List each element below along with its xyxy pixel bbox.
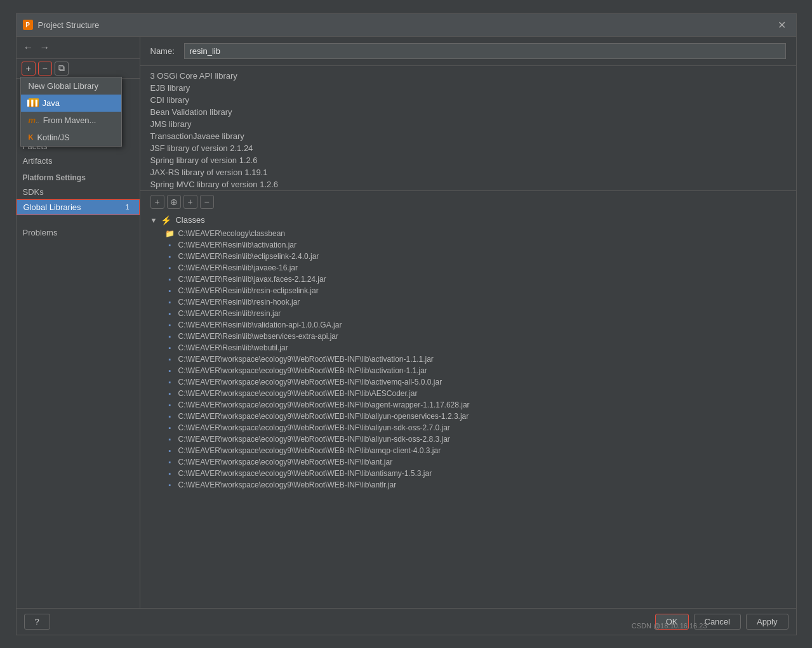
java-icon: ▌▌▌ <box>29 98 39 107</box>
jar-icon-13: ▪ <box>166 389 175 398</box>
jar-file-5[interactable]: ▪ C:\WEAVER\Resin\lib\resin-hook.jar <box>150 296 786 308</box>
classes-section: ▼ ⚡ Classes 📁 C:\WEAVER\ecology\classbea… <box>140 213 796 608</box>
jar-icon-14: ▪ <box>166 400 175 409</box>
lib-item-springmvc[interactable]: Spring MVC library of version 1.2.6 <box>150 178 786 190</box>
jar-file-6[interactable]: ▪ C:\WEAVER\Resin\lib\resin.jar <box>150 308 786 319</box>
jar-file-21[interactable]: ▪ C:\WEAVER\workspace\ecology9\WebRoot\W… <box>150 479 786 491</box>
sidebar-item-artifacts[interactable]: Artifacts <box>17 154 140 168</box>
footer: ? OK Cancel Apply <box>17 608 796 635</box>
jar-icon-16: ▪ <box>166 423 175 432</box>
dropdown-item-kotlin[interactable]: K Kotlin/JS <box>21 129 121 146</box>
jar-icon-21: ▪ <box>166 480 175 489</box>
jar-icon-3: ▪ <box>166 275 175 284</box>
jar-file-4[interactable]: ▪ C:\WEAVER\Resin\lib\resin-eclipselink.… <box>150 285 786 296</box>
lib-item-jms[interactable]: JMS library <box>150 118 786 130</box>
jar-icon-7: ▪ <box>166 321 175 329</box>
name-row: Name: <box>140 37 796 66</box>
close-button[interactable]: ✕ <box>774 18 790 32</box>
name-input[interactable] <box>184 43 786 59</box>
jar-icon-0: ▪ <box>166 241 175 249</box>
maven-icon: m.. <box>29 116 39 125</box>
lib-item-spring[interactable]: Spring library of version 1.2.6 <box>150 154 786 166</box>
jar-file-12[interactable]: ▪ C:\WEAVER\workspace\ecology9\WebRoot\W… <box>150 376 786 388</box>
lib-item-ejb[interactable]: EJB library <box>150 82 786 94</box>
jar-file-7[interactable]: ▪ C:\WEAVER\Resin\lib\validation-api-1.0… <box>150 319 786 331</box>
lib-item-osgi[interactable]: 3 OSGi Core API library <box>150 70 786 82</box>
classes-add-copy-button[interactable]: ⊕ <box>167 195 181 209</box>
global-libraries-badge: 1 <box>122 203 132 211</box>
forward-button[interactable]: → <box>38 41 52 55</box>
sidebar-item-global-libraries[interactable]: Global Libraries 1 <box>17 199 140 215</box>
project-structure-dialog: P Project Structure ✕ ← → + − ⧉ New Glob… <box>16 13 797 635</box>
apply-button[interactable]: Apply <box>746 614 789 630</box>
jar-file-9[interactable]: ▪ C:\WEAVER\Resin\lib\webutil.jar <box>150 342 786 354</box>
jar-file-13[interactable]: ▪ C:\WEAVER\workspace\ecology9\WebRoot\W… <box>150 388 786 399</box>
jar-file-2[interactable]: ▪ C:\WEAVER\Resin\lib\javaee-16.jar <box>150 262 786 274</box>
jar-file-19[interactable]: ▪ C:\WEAVER\workspace\ecology9\WebRoot\W… <box>150 456 786 468</box>
jar-icon-10: ▪ <box>166 355 175 364</box>
jar-icon-20: ▪ <box>166 469 175 478</box>
remove-library-button[interactable]: − <box>38 62 52 76</box>
dropdown-item-java[interactable]: ▌▌▌ Java <box>21 95 121 112</box>
sidebar: ← → + − ⧉ New Global Library ▌▌▌ Java <box>17 37 140 608</box>
jar-file-3[interactable]: ▪ C:\WEAVER\Resin\lib\javax.faces-2.1.24… <box>150 274 786 285</box>
jar-file-1[interactable]: ▪ C:\WEAVER\Resin\lib\eclipselink-2.4.0.… <box>150 251 786 262</box>
dialog-title: Project Structure <box>38 20 100 30</box>
title-bar: P Project Structure ✕ <box>17 14 796 37</box>
add-library-button[interactable]: + <box>22 62 36 76</box>
back-button[interactable]: ← <box>22 41 36 55</box>
jar-icon-2: ▪ <box>166 263 175 272</box>
libraries-list: 3 OSGi Core API library EJB library CDI … <box>140 66 796 190</box>
maven-label: From Maven... <box>43 116 97 125</box>
footer-left: ? <box>24 614 50 630</box>
kotlin-icon: K <box>29 133 34 141</box>
sidebar-item-problems[interactable]: Problems <box>17 225 140 240</box>
jar-file-0[interactable]: ▪ C:\WEAVER\Resin\lib\activation.jar <box>150 239 786 251</box>
lib-item-jaxrs[interactable]: JAX-RS library of version 1.19.1 <box>150 166 786 178</box>
lib-item-cdi[interactable]: CDI library <box>150 94 786 106</box>
platform-settings-label: Platform Settings <box>17 168 140 185</box>
dropdown-label: New Global Library <box>21 77 121 95</box>
jar-icon-17: ▪ <box>166 435 175 444</box>
folder-icon: 📁 <box>166 229 175 238</box>
main-content: ← → + − ⧉ New Global Library ▌▌▌ Java <box>17 37 796 608</box>
jar-file-14[interactable]: ▪ C:\WEAVER\workspace\ecology9\WebRoot\W… <box>150 399 786 411</box>
classes-add-alt-button[interactable]: + <box>183 195 197 209</box>
jar-file-11[interactable]: ▪ C:\WEAVER\workspace\ecology9\WebRoot\W… <box>150 365 786 376</box>
classes-icon: ⚡ <box>161 215 171 225</box>
jar-icon-18: ▪ <box>166 446 175 455</box>
sidebar-item-sdks[interactable]: SDKs <box>17 185 140 199</box>
jar-file-16[interactable]: ▪ C:\WEAVER\workspace\ecology9\WebRoot\W… <box>150 422 786 433</box>
dropdown-item-maven[interactable]: m.. From Maven... <box>21 112 121 129</box>
jar-file-20[interactable]: ▪ C:\WEAVER\workspace\ecology9\WebRoot\W… <box>150 468 786 479</box>
jar-file-15[interactable]: ▪ C:\WEAVER\workspace\ecology9\WebRoot\W… <box>150 411 786 422</box>
classes-folder[interactable]: 📁 C:\WEAVER\ecology\classbean <box>150 228 786 239</box>
jar-icon-5: ▪ <box>166 298 175 307</box>
classes-header[interactable]: ▼ ⚡ Classes <box>150 213 786 228</box>
jar-icon-6: ▪ <box>166 309 175 318</box>
jar-icon-4: ▪ <box>166 286 175 295</box>
help-button[interactable]: ? <box>24 614 50 630</box>
jar-file-8[interactable]: ▪ C:\WEAVER\Resin\lib\webservices-extra-… <box>150 331 786 342</box>
jar-icon-9: ▪ <box>166 343 175 352</box>
classes-remove-button[interactable]: − <box>200 195 214 209</box>
lib-item-bean[interactable]: Bean Validation library <box>150 106 786 118</box>
jar-icon-1: ▪ <box>166 252 175 261</box>
jar-file-10[interactable]: ▪ C:\WEAVER\workspace\ecology9\WebRoot\W… <box>150 354 786 365</box>
app-icon: P <box>23 20 33 30</box>
copy-library-button[interactable]: ⧉ <box>55 62 69 76</box>
jar-icon-19: ▪ <box>166 458 175 466</box>
jar-icon-11: ▪ <box>166 366 175 375</box>
watermark: CSDN @18.10.16.16.23 <box>632 622 707 630</box>
jar-file-18[interactable]: ▪ C:\WEAVER\workspace\ecology9\WebRoot\W… <box>150 445 786 456</box>
classes-label: Classes <box>175 215 204 225</box>
classes-add-button[interactable]: + <box>150 195 164 209</box>
name-label: Name: <box>150 46 179 56</box>
jar-file-17[interactable]: ▪ C:\WEAVER\workspace\ecology9\WebRoot\W… <box>150 433 786 445</box>
lib-item-jsf[interactable]: JSF library of version 2.1.24 <box>150 142 786 154</box>
kotlin-label: Kotlin/JS <box>37 133 69 142</box>
sidebar-toolbar: + − ⧉ New Global Library ▌▌▌ Java m.. <box>17 59 140 79</box>
sidebar-nav: ← → <box>17 37 140 59</box>
right-panel: Name: 3 OSGi Core API library EJB librar… <box>140 37 796 608</box>
lib-item-transaction[interactable]: TransactionJavaee library <box>150 130 786 142</box>
